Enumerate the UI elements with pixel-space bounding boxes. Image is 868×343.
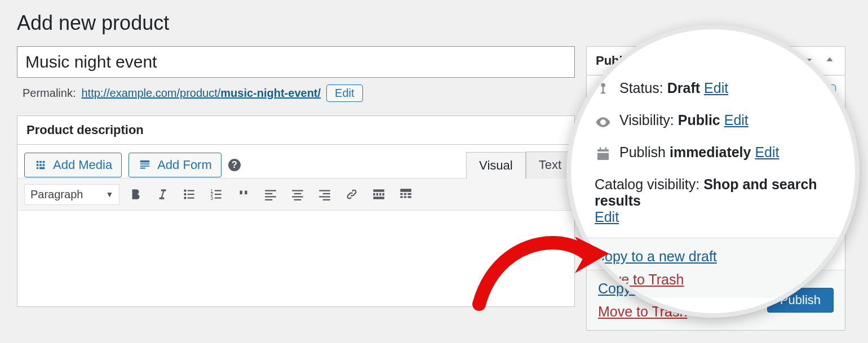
calendar-icon: [595, 146, 612, 163]
svg-rect-8: [215, 190, 222, 191]
media-icon: [34, 159, 47, 171]
svg-rect-6: [188, 197, 194, 198]
svg-point-1: [184, 189, 187, 191]
svg-rect-15: [265, 196, 277, 197]
pin-icon: [595, 82, 612, 99]
add-media-label: Add Media: [53, 158, 112, 172]
svg-rect-27: [374, 197, 385, 199]
format-select-label: Paragraph: [30, 188, 83, 201]
schedule-edit-link-zoom[interactable]: Edit: [755, 144, 779, 160]
svg-rect-13: [265, 190, 277, 191]
product-description-heading: Product description: [26, 123, 144, 137]
catalog-edit-link-zoom[interactable]: Edit: [595, 209, 619, 225]
svg-rect-19: [293, 196, 304, 197]
permalink-slug: music-night-event/: [220, 87, 321, 99]
svg-rect-25: [374, 189, 385, 191]
svg-rect-24: [323, 199, 330, 201]
align-right-button[interactable]: [313, 183, 336, 206]
align-center-button[interactable]: [286, 183, 309, 206]
visibility-edit-link-zoom[interactable]: Edit: [724, 112, 749, 128]
svg-rect-4: [188, 194, 194, 195]
toolbar-toggle-button[interactable]: [395, 183, 417, 206]
svg-rect-12: [215, 197, 222, 198]
bullet-list-button[interactable]: [178, 183, 201, 206]
tab-visual[interactable]: Visual: [466, 152, 526, 179]
editor-content-area[interactable]: [17, 211, 574, 306]
svg-rect-29: [401, 193, 403, 195]
read-more-button[interactable]: [367, 183, 390, 206]
svg-rect-30: [404, 193, 406, 195]
permalink-link[interactable]: http://example.com/product/music-night-e…: [81, 87, 321, 100]
svg-point-3: [184, 193, 187, 195]
svg-rect-34: [408, 196, 412, 198]
magnifier-overlay: Status: Draft Edit Visibility: Public Ed…: [566, 25, 860, 318]
svg-rect-20: [294, 199, 302, 201]
svg-rect-14: [265, 193, 273, 194]
collapse-toggle-icon[interactable]: [823, 54, 836, 68]
permalink-edit-button[interactable]: Edit: [326, 84, 362, 102]
help-icon[interactable]: ?: [228, 159, 241, 171]
svg-point-0: [37, 167, 39, 170]
svg-rect-31: [408, 193, 412, 195]
editor-toolbar: Paragraph ▼ 123: [17, 178, 574, 211]
chevron-down-icon: ▼: [105, 190, 113, 199]
eye-icon: [595, 114, 612, 131]
numbered-list-button[interactable]: 123: [205, 183, 228, 206]
permalink-label: Permalink:: [23, 87, 76, 100]
format-select[interactable]: Paragraph ▼: [24, 184, 119, 205]
move-to-trash-link-zoom[interactable]: Move to Trash: [595, 271, 831, 288]
product-title-input[interactable]: [17, 46, 575, 78]
svg-rect-28: [401, 189, 412, 191]
italic-button[interactable]: [151, 183, 174, 206]
svg-rect-2: [188, 190, 194, 191]
add-form-button[interactable]: Add Form: [129, 153, 222, 177]
svg-rect-32: [401, 196, 403, 198]
svg-rect-16: [265, 199, 273, 201]
align-left-button[interactable]: [259, 183, 282, 206]
form-icon: [138, 159, 152, 171]
blockquote-button[interactable]: [232, 183, 255, 206]
svg-rect-10: [215, 194, 222, 195]
svg-text:3: 3: [210, 195, 213, 201]
add-media-button[interactable]: Add Media: [24, 153, 122, 177]
svg-rect-33: [404, 196, 406, 198]
svg-rect-18: [294, 193, 302, 194]
add-form-label: Add Form: [157, 158, 212, 172]
bold-button[interactable]: [124, 183, 147, 206]
copy-draft-link-zoom[interactable]: Copy to a new draft: [595, 248, 831, 265]
product-description-box: Product description Add Media Add Form ?…: [17, 115, 575, 307]
svg-rect-23: [320, 196, 331, 197]
svg-rect-21: [320, 190, 331, 191]
svg-point-5: [184, 197, 187, 199]
svg-rect-22: [323, 193, 330, 194]
status-edit-link-zoom[interactable]: Edit: [704, 80, 728, 96]
svg-rect-26: [374, 194, 385, 195]
svg-rect-17: [293, 190, 304, 191]
permalink-base: http://example.com/product/: [81, 87, 220, 99]
link-button[interactable]: [340, 183, 363, 206]
